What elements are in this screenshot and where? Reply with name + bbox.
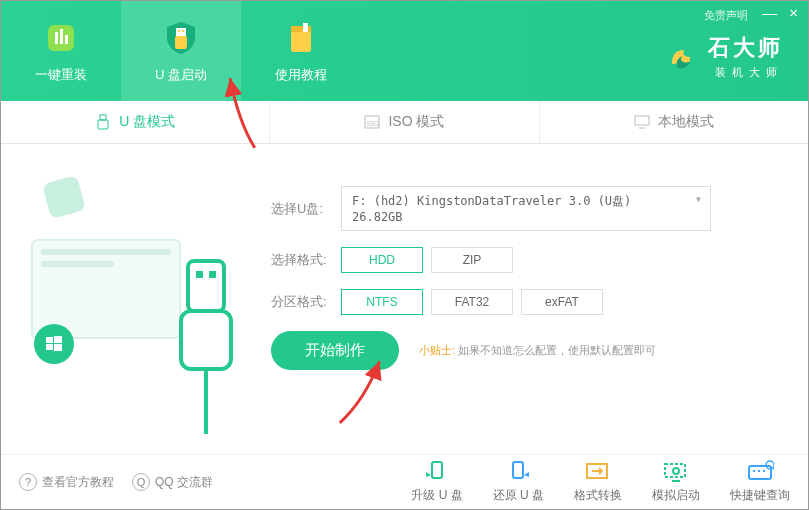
start-build-button[interactable]: 开始制作	[271, 331, 399, 370]
partition-option-exfat[interactable]: exFAT	[521, 289, 603, 315]
iso-icon: ISO	[364, 114, 380, 130]
main-panel: 选择U盘: F: (hd2) KingstonDataTraveler 3.0 …	[1, 144, 808, 454]
tab-label: ISO 模式	[388, 113, 444, 131]
partition-option-fat32[interactable]: FAT32	[431, 289, 513, 315]
svg-rect-7	[175, 36, 187, 49]
partition-option-ntfs[interactable]: NTFS	[341, 289, 423, 315]
book-icon	[281, 18, 321, 58]
brand-title: 石大师	[708, 33, 783, 63]
tab-label: 本地模式	[658, 113, 714, 131]
tip-prefix: 小贴士:	[419, 344, 455, 356]
svg-rect-24	[181, 311, 231, 369]
windows-badge-icon	[34, 324, 74, 364]
close-button[interactable]: ×	[789, 6, 798, 20]
svg-rect-6	[182, 30, 184, 32]
action-label: 升级 U 盘	[411, 487, 462, 504]
mode-tabs: U 盘模式 ISO ISO 模式 本地模式	[1, 101, 808, 144]
app-header: 一键重装 U 盘启动 使用教程 免责声明 — × 石大师 装机大师	[1, 1, 808, 101]
action-label: 模拟启动	[652, 487, 700, 504]
format-convert-icon	[584, 460, 612, 484]
format-label: 选择格式:	[271, 251, 341, 269]
window-controls: — ×	[762, 6, 798, 20]
svg-rect-23	[209, 271, 216, 278]
usb-plug-illustration	[171, 259, 241, 442]
bars-icon	[41, 18, 81, 58]
usb-select-label: 选择U盘:	[271, 200, 341, 218]
shield-usb-icon	[161, 18, 201, 58]
link-label: QQ 交流群	[155, 474, 213, 491]
bottom-toolbar: ? 查看官方教程 Q QQ 交流群 升级 U 盘 还原 U 盘 格式转换 模拟启…	[1, 454, 808, 509]
tip-body: 如果不知道怎么配置，使用默认配置即可	[458, 344, 656, 356]
action-shortcut-lookup[interactable]: 快捷键查询	[730, 460, 790, 504]
nav-label: U 盘启动	[155, 66, 207, 84]
restore-usb-icon	[504, 460, 532, 484]
brand: 石大师 装机大师	[664, 33, 783, 80]
config-form: 选择U盘: F: (hd2) KingstonDataTraveler 3.0 …	[251, 174, 778, 454]
disclaimer-link[interactable]: 免责声明	[704, 8, 748, 23]
svg-rect-18	[54, 336, 62, 343]
svg-rect-11	[100, 115, 106, 120]
illustration	[31, 174, 251, 454]
nav-label: 使用教程	[275, 66, 327, 84]
format-option-zip[interactable]: ZIP	[431, 247, 513, 273]
shortcut-key-icon	[746, 460, 774, 484]
brand-subtitle: 装机大师	[708, 65, 783, 80]
action-label: 格式转换	[574, 487, 622, 504]
nav-item-reinstall[interactable]: 一键重装	[1, 1, 121, 101]
svg-rect-10	[303, 23, 308, 32]
simulate-boot-icon	[662, 460, 690, 484]
tab-local-mode[interactable]: 本地模式	[540, 101, 808, 143]
action-restore-usb[interactable]: 还原 U 盘	[493, 460, 544, 504]
format-option-hdd[interactable]: HDD	[341, 247, 423, 273]
action-label: 还原 U 盘	[493, 487, 544, 504]
nav-label: 一键重装	[35, 66, 87, 84]
upgrade-usb-icon	[423, 460, 451, 484]
tab-iso-mode[interactable]: ISO ISO 模式	[270, 101, 539, 143]
svg-rect-26	[432, 462, 442, 478]
svg-rect-17	[46, 337, 53, 343]
svg-line-37	[773, 468, 774, 470]
svg-rect-3	[65, 35, 68, 44]
svg-rect-19	[46, 344, 53, 350]
qq-icon: Q	[132, 473, 150, 491]
partition-label: 分区格式:	[271, 293, 341, 311]
tab-usb-mode[interactable]: U 盘模式	[1, 101, 270, 143]
svg-rect-22	[196, 271, 203, 278]
svg-point-30	[673, 468, 679, 474]
svg-rect-2	[60, 29, 63, 44]
svg-rect-27	[513, 462, 523, 478]
help-icon: ?	[19, 473, 37, 491]
official-tutorial-link[interactable]: ? 查看官方教程	[19, 473, 114, 491]
svg-rect-12	[98, 120, 108, 129]
svg-rect-29	[665, 464, 685, 477]
svg-rect-15	[635, 116, 649, 125]
svg-rect-4	[176, 28, 186, 37]
windows-tag-icon	[42, 175, 86, 219]
usb-select[interactable]: F: (hd2) KingstonDataTraveler 3.0 (U盘) 2…	[341, 186, 711, 231]
svg-rect-1	[55, 32, 58, 44]
brand-logo-icon	[664, 40, 698, 74]
nav-item-usb-boot[interactable]: U 盘启动	[121, 1, 241, 101]
link-label: 查看官方教程	[42, 474, 114, 491]
action-format-convert[interactable]: 格式转换	[574, 460, 622, 504]
tab-label: U 盘模式	[119, 113, 175, 131]
svg-rect-20	[54, 344, 62, 351]
svg-rect-5	[178, 30, 180, 32]
nav-item-tutorial[interactable]: 使用教程	[241, 1, 361, 101]
usb-icon	[95, 114, 111, 130]
action-upgrade-usb[interactable]: 升级 U 盘	[411, 460, 462, 504]
action-simulate-boot[interactable]: 模拟启动	[652, 460, 700, 504]
monitor-icon	[634, 114, 650, 130]
tip-text: 小贴士: 如果不知道怎么配置，使用默认配置即可	[419, 343, 656, 358]
minimize-button[interactable]: —	[762, 6, 777, 20]
qq-group-link[interactable]: Q QQ 交流群	[132, 473, 213, 491]
svg-text:ISO: ISO	[367, 120, 380, 127]
svg-rect-21	[188, 261, 224, 311]
action-label: 快捷键查询	[730, 487, 790, 504]
